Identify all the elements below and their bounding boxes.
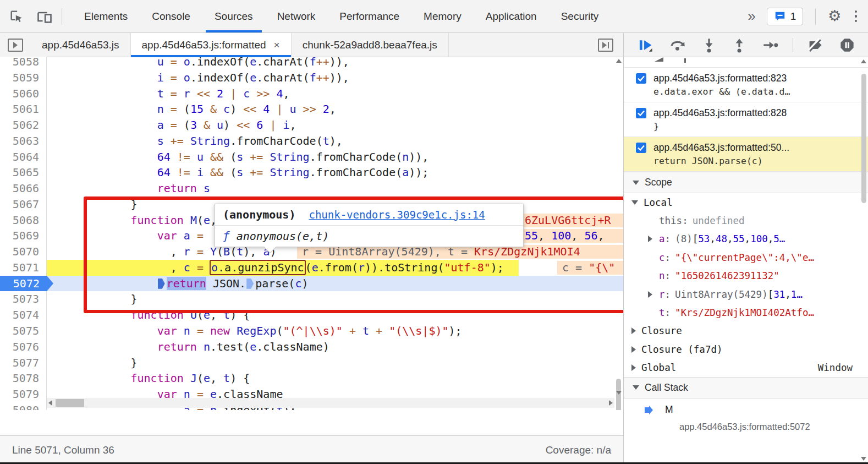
toggle-device-toolbar-icon[interactable] — [36, 9, 53, 24]
scope-title: Scope — [645, 177, 672, 188]
line-number[interactable]: 5058 — [0, 57, 47, 70]
code-line-5059[interactable]: 5059 i = o.indexOf(e.charAt(f++)), — [0, 70, 623, 86]
scope-variable-n[interactable]: n: "1650261462391132" — [624, 267, 868, 285]
resume-icon[interactable] — [638, 37, 653, 53]
scope-group-closure-fa7d-[interactable]: Closure (fa7d) — [624, 340, 868, 358]
show-navigator-icon[interactable] — [0, 33, 31, 57]
scrolled-section-sliver — [624, 57, 868, 68]
step-over-icon[interactable] — [669, 37, 686, 53]
scope-variable-a[interactable]: a: (8) [53, 48, 55, 100, 5… — [624, 230, 868, 248]
panel-tab-performance[interactable]: Performance — [327, 0, 411, 32]
breakpoint-entry[interactable]: app.45d46a53.js:formatted:828} — [624, 102, 868, 137]
code-line-5075[interactable]: 5075 var n = new RegExp("(^|\\s)" + t + … — [0, 323, 623, 339]
code-line-5062[interactable]: 5062 a = (3 & u) << 6 | i, — [0, 117, 623, 133]
toggle-debugger-sidebar-icon[interactable] — [598, 33, 623, 57]
panel-tab-network[interactable]: Network — [265, 0, 328, 32]
debugger-controls — [624, 33, 868, 57]
panel-tab-application[interactable]: Application — [474, 0, 549, 32]
scope-group-local[interactable]: Local — [624, 193, 868, 211]
panel-tab-sources[interactable]: Sources — [202, 0, 265, 32]
breakpoint-checkbox[interactable] — [636, 143, 646, 153]
step-into-icon[interactable] — [702, 37, 716, 53]
breakpoint-checkbox[interactable] — [636, 108, 646, 118]
file-tabs: app.45d46a53.jsapp.45d46a53.js:formatted… — [31, 33, 449, 57]
deactivate-breakpoints-icon[interactable] — [807, 37, 823, 53]
line-number[interactable]: 5067 — [0, 196, 47, 212]
line-number[interactable]: 5062 — [0, 117, 47, 133]
line-number[interactable]: 5077 — [0, 355, 47, 371]
kebab-menu-icon[interactable] — [850, 10, 862, 23]
code-line-5058[interactable]: 5058 u = o.indexOf(e.charAt(f++)), — [0, 57, 623, 70]
line-number[interactable]: 5069 — [0, 228, 47, 244]
breakpoint-code: return JSON.parse(c) — [653, 156, 861, 166]
file-tab[interactable]: app.45d46a53.js:formatted× — [131, 33, 292, 57]
code-line-5071[interactable]: 5071 , c = o.a.gunzipSync(e.from(r)).toS… — [0, 260, 623, 276]
code-line-5063[interactable]: 5063 s += String.fromCharCode(t), — [0, 133, 623, 149]
breakpoint-checkbox[interactable] — [636, 73, 646, 84]
console-messages-badge[interactable]: 1 — [767, 8, 804, 25]
line-number[interactable]: 5073 — [0, 291, 47, 307]
code-line-5078[interactable]: 5078 function J(e, t) { — [0, 370, 623, 386]
line-number[interactable]: 5074 — [0, 307, 47, 323]
call-stack-frame[interactable]: M — [624, 399, 868, 422]
step-out-icon[interactable] — [732, 37, 746, 53]
line-number[interactable]: 5061 — [0, 101, 47, 117]
line-number[interactable]: 5078 — [0, 370, 47, 386]
line-number[interactable]: 5076 — [0, 339, 47, 355]
code-editor[interactable]: 5058 u = o.indexOf(e.charAt(f++)),5059 i… — [0, 57, 623, 410]
scope-group-closure[interactable]: Closure — [624, 322, 868, 340]
code-line-5074[interactable]: 5074 function U(e, t) { — [0, 307, 623, 323]
code-line-5077[interactable]: 5077 } — [0, 355, 623, 371]
pause-on-exceptions-icon[interactable] — [839, 37, 855, 53]
breakpoint-entry[interactable]: app.45d46a53.js:formatted:823e.data.exor… — [624, 68, 868, 102]
frame-location: app.45d46a53.js:formatted:5072 — [624, 422, 868, 432]
line-number[interactable]: 5070 — [0, 244, 47, 260]
editor-vertical-scrollbar[interactable] — [614, 57, 623, 397]
code-line-5061[interactable]: 5061 n = (15 & c) << 4 | u >> 2, — [0, 101, 623, 117]
line-number[interactable]: 5072 — [0, 276, 47, 292]
step-icon[interactable] — [762, 37, 779, 53]
line-number[interactable]: 5065 — [0, 165, 47, 181]
active-frame-arrow-icon — [645, 406, 653, 414]
code-line-5060[interactable]: 5060 t = r << 2 | c >> 4, — [0, 86, 623, 102]
line-number[interactable]: 5066 — [0, 181, 47, 196]
panel-tab-memory[interactable]: Memory — [411, 0, 474, 32]
code-line-5076[interactable]: 5076 return n.test(e.className) — [0, 339, 623, 355]
sidebar-scrollbar[interactable] — [860, 57, 868, 464]
more-panels-icon[interactable]: » — [745, 8, 757, 25]
breakpoint-entry[interactable]: app.45d46a53.js:formatted:50...return JS… — [624, 137, 868, 172]
line-number[interactable]: 5075 — [0, 323, 47, 339]
scope-variable-this[interactable]: this: undefined — [624, 211, 868, 230]
close-tab-icon[interactable]: × — [274, 39, 280, 51]
code-line-5066[interactable]: 5066 return s — [0, 181, 623, 196]
line-number[interactable]: 5079 — [0, 386, 47, 402]
breakpoint-location: app.45d46a53.js:formatted:828 — [653, 107, 787, 119]
scope-variable-t[interactable]: t: "Krs/ZDgzNjk1MOI402Atfo… — [624, 303, 868, 321]
scope-group-global[interactable]: GlobalWindow — [624, 359, 868, 377]
code-line-5073[interactable]: 5073 } — [0, 291, 623, 307]
scope-section-header[interactable]: Scope — [624, 172, 868, 193]
code-line-5072[interactable]: 5072 return JSON.parse(c) — [0, 276, 623, 292]
file-tab[interactable]: chunk-52a9add8.beaa7fea.js — [292, 33, 449, 57]
panel-tab-elements[interactable]: Elements — [72, 0, 140, 32]
panel-tab-console[interactable]: Console — [140, 0, 202, 32]
scope-variable-c[interactable]: c: "{\"currentPage\":4,\"e… — [624, 248, 868, 266]
panel-tab-security[interactable]: Security — [549, 0, 611, 32]
file-tab[interactable]: app.45d46a53.js — [31, 33, 131, 57]
code-line-5064[interactable]: 5064 64 != u && (s += String.fromCharCod… — [0, 149, 623, 165]
call-stack-body: Mapp.45d46a53.js:formatted:5072 — [624, 399, 868, 432]
line-number[interactable]: 5064 — [0, 149, 47, 165]
call-stack-section-header[interactable]: Call Stack — [624, 377, 868, 399]
scope-variable-r[interactable]: r: Uint8Array(5429) [31, 1… — [624, 285, 868, 303]
tooltip-source-link[interactable]: chunk-vendors.309c9e1c.js:14 — [309, 209, 485, 221]
line-number[interactable]: 5063 — [0, 133, 47, 149]
settings-gear-icon[interactable]: ⚙ — [828, 9, 841, 24]
inspect-element-icon[interactable] — [9, 9, 24, 24]
line-number[interactable]: 5071 — [0, 260, 47, 276]
line-number[interactable]: 5059 — [0, 70, 47, 86]
line-number[interactable]: 5068 — [0, 212, 47, 228]
line-number[interactable]: 5080 — [0, 402, 47, 410]
line-number[interactable]: 5060 — [0, 86, 47, 102]
code-line-5065[interactable]: 5065 64 != i && (s += String.fromCharCod… — [0, 165, 623, 181]
editor-horizontal-scrollbar[interactable] — [47, 398, 614, 408]
